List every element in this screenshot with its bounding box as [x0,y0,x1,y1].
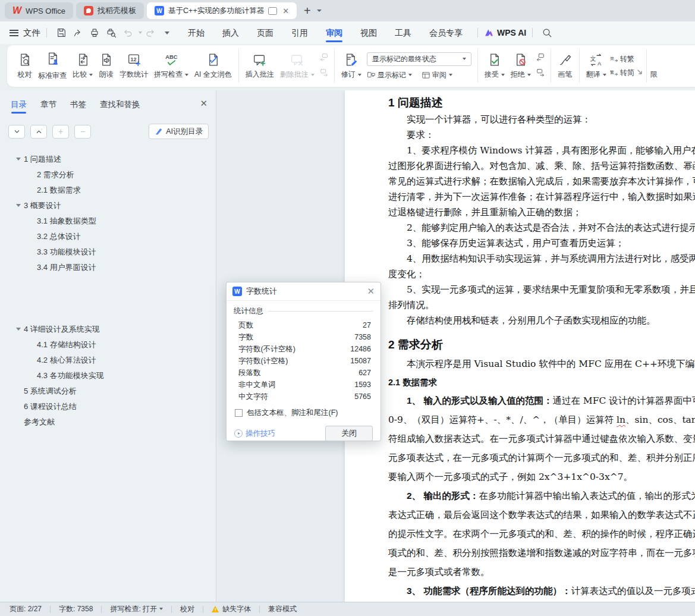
track-changes-icon [344,52,358,67]
tab-list-chevron-icon[interactable] [317,10,322,12]
to-simplified-button[interactable]: 繁 转简 [609,68,634,78]
tab-chapters[interactable]: 章节 [40,99,56,116]
dialog-titlebar[interactable]: W 字数统计 ✕ [227,282,380,301]
ai-polish-button[interactable]: AI 全文润色 [191,52,235,80]
new-tab-button[interactable]: + [304,4,311,18]
toc-item[interactable]: 3.3 功能模块设计 [0,244,216,260]
tab-wps-home[interactable]: W WPS Office [5,2,73,19]
toc-item[interactable]: 3.4 用户界面设计 [0,260,216,275]
wps-ai-button[interactable]: WPS AI [484,28,526,38]
menu-view[interactable]: 视图 [351,21,386,44]
missing-font-warning[interactable]: 缺失字体 [212,604,251,614]
doc-heading: 2 需求分析 [388,335,695,354]
toc-item[interactable]: 5 系统调试分析 [0,384,216,399]
show-markup-button[interactable]: 显示标记 [367,70,412,80]
tab-bookmarks[interactable]: 书签 [70,99,86,116]
spell-check-button[interactable]: ABC 拼写检查 [151,52,191,80]
close-button[interactable]: 关闭 [325,426,373,441]
doc-line: 实现一个计算器，可以进行各种类型的运算： [388,112,695,127]
markup-state-select[interactable]: 显示标记的最终状态 [367,52,471,66]
spellcheck-toggle[interactable]: 拼写检查: 打开 [110,604,163,614]
divider [259,606,260,613]
next-change-button[interactable] [536,68,545,80]
save-button[interactable] [54,26,69,40]
tab-document[interactable]: W 基于C++实现的多功能计算器 ✕ [147,2,297,19]
search-icon[interactable] [539,26,555,40]
proofread-icon [17,52,32,67]
brush-button[interactable]: 画笔 [555,52,576,80]
collapse-triangle-icon[interactable] [16,204,21,207]
toolbar-more-chevron-icon[interactable] [165,32,169,34]
menu-reference[interactable]: 引用 [282,21,317,44]
divider [532,28,533,37]
menu-member[interactable]: 会员专享 [420,21,471,44]
menu-tools[interactable]: 工具 [386,21,420,44]
tab-docer-template[interactable]: 找稻壳模板 [76,2,144,19]
proofread-status[interactable]: 校对 [180,604,194,614]
hamburger-menu-icon[interactable] [10,30,18,36]
accept-button[interactable]: 接受 [482,52,508,80]
translate-button[interactable]: 文A 翻译 [583,52,609,80]
toc-item[interactable]: 2 需求分析 [0,167,216,183]
to-traditional-button[interactable]: 简 转繁 [609,54,634,64]
toc-item[interactable]: 2.1 数据需求 [0,183,216,198]
zoom-in-button: + [52,125,69,139]
toc-item[interactable]: 3.2 总体设计 [0,229,216,244]
menu-start[interactable]: 开始 [179,21,213,44]
redo-button [143,26,158,40]
print-button[interactable] [87,26,102,40]
file-menu[interactable]: 文件 [23,27,40,39]
standard-review-button[interactable]: 标准审查 [35,51,70,81]
word-count-indicator[interactable]: 字数: 7358 [59,604,93,614]
toc-item[interactable]: 参考文献 [0,414,216,430]
compare-button[interactable]: 比较 [70,52,96,80]
insert-comment-button[interactable]: 插入批注 [243,52,277,80]
toc-item[interactable]: 1 问题描述 [0,152,216,167]
previous-change-button[interactable] [536,52,545,64]
collapse-triangle-icon[interactable] [16,158,21,161]
reject-button[interactable]: 拒绝 [508,52,534,80]
restrict-edit-button[interactable]: 限 [650,70,658,86]
close-dialog-icon[interactable]: ✕ [367,286,375,297]
word-count-button[interactable]: 12 字数统计 [117,52,151,80]
review-pane-button[interactable]: 审阅 [422,70,452,80]
print-preview-button[interactable] [103,26,119,40]
collapse-triangle-icon[interactable] [16,328,21,331]
page-indicator[interactable]: 页面: 2/27 [10,604,42,614]
chevron-down-icon [159,608,163,610]
toc-item[interactable]: 3.1 抽象数据类型 [0,213,216,229]
toc-item[interactable]: 4 详细设计及系统实现 [0,322,216,337]
compat-mode-indicator[interactable]: 兼容模式 [268,604,297,614]
checkbox-icon[interactable] [235,409,243,417]
collapse-all-button[interactable] [8,125,25,139]
toc-item[interactable]: 4.3 各功能模块实现 [0,368,216,384]
window-tab-bar: W WPS Office 找稻壳模板 W 基于C++实现的多功能计算器 ✕ + [0,0,695,21]
dialog-launcher-icon[interactable] [637,68,643,77]
close-tab-icon[interactable]: ✕ [282,7,289,15]
doc-line: 要求： [388,127,695,143]
document-page[interactable]: 1 问题描述 实现一个计算器，可以进行各种类型的运算： 要求： 1、要求程序模仿… [345,90,695,602]
tab-contents[interactable]: 目录 [11,99,27,116]
proofread-button[interactable]: 校对 [14,52,35,80]
ribbon: 校对 标准审查 比较 朗读 12 字数统计 ABC 拼写检查 AI 全文润色 插… [0,44,695,90]
close-sidebar-icon[interactable]: ✕ [200,98,207,109]
toc-item[interactable]: 3 概要设计 [0,198,216,213]
menu-insert[interactable]: 插入 [213,21,248,44]
menu-review[interactable]: 审阅 [317,21,351,44]
detach-window-icon[interactable] [268,7,277,15]
include-textbox-checkbox[interactable]: 包括文本框、脚注和尾注(F) [234,408,373,418]
expand-all-button[interactable] [30,125,47,139]
doc-line: 过退格键进行删除，并且重新输入正确的数据； [388,205,695,220]
toc-item[interactable]: 6 课程设计总结 [0,399,216,414]
read-aloud-button[interactable]: 朗读 [96,52,117,80]
toc-item[interactable]: 4.1 存储结构设计 [0,337,216,353]
tips-link[interactable]: 操作技巧 [234,429,275,439]
menu-page[interactable]: 页面 [248,21,282,44]
tab-find-replace[interactable]: 查找和替换 [100,99,140,116]
ai-recognize-toc-button[interactable]: AI识别目录 [149,124,209,139]
toc-item[interactable]: 4.2 核心算法设计 [0,353,216,368]
divider [646,49,647,83]
track-changes-button[interactable]: 修订 [338,52,364,80]
doc-line: 要输入两个一元多项式的式子，例如 2x^3+1x^0-3x^7。 [388,467,695,486]
export-button[interactable] [70,26,86,40]
